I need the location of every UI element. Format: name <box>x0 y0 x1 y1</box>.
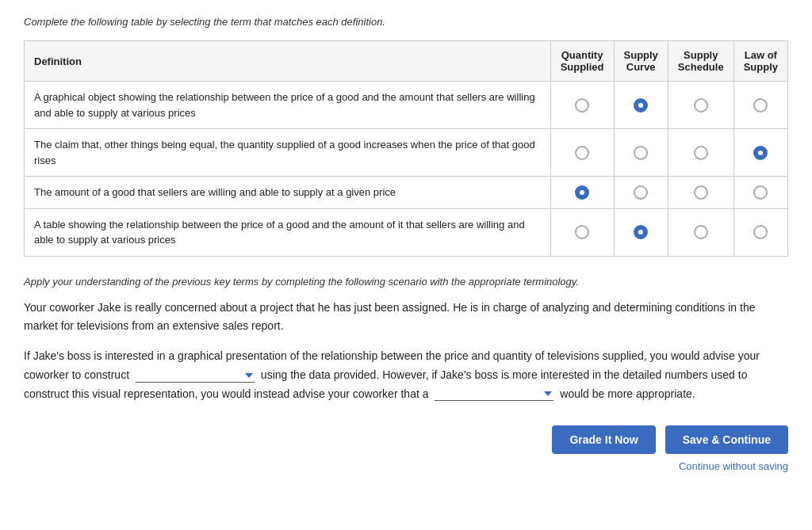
scenario-paragraph2: If Jake's boss is interested in a graphi… <box>24 347 788 403</box>
buttons-row: Grade It Now Save & Continue <box>24 425 788 454</box>
radio-cell-r1-c3[interactable] <box>733 129 787 177</box>
table-row-definition-0: A graphical object showing the relations… <box>25 82 551 129</box>
radio-cell-r1-c0[interactable] <box>550 129 614 177</box>
radio-btn-r1-c3[interactable] <box>753 146 768 160</box>
dropdown2-wrapper[interactable]: Supply CurveSupply ScheduleQuantity Supp… <box>435 387 553 401</box>
radio-btn-r1-c2[interactable] <box>694 146 708 160</box>
radio-btn-r3-c0[interactable] <box>575 225 589 239</box>
radio-cell-r0-c3[interactable] <box>733 82 787 129</box>
col-header-supply-curve: SupplyCurve <box>614 41 668 82</box>
radio-cell-r0-c2[interactable] <box>668 82 733 129</box>
dropdown2-select[interactable]: Supply CurveSupply ScheduleQuantity Supp… <box>435 387 546 400</box>
col-header-definition: Definition <box>25 41 551 82</box>
radio-cell-r3-c2[interactable] <box>668 208 733 256</box>
grade-button[interactable]: Grade It Now <box>552 425 655 454</box>
radio-btn-r2-c3[interactable] <box>753 185 768 200</box>
radio-btn-r2-c2[interactable] <box>694 185 708 200</box>
radio-cell-r3-c0[interactable] <box>550 208 614 256</box>
radio-btn-r1-c1[interactable] <box>634 146 648 160</box>
table-row-definition-3: A table showing the relationship between… <box>25 208 551 256</box>
radio-cell-r3-c3[interactable] <box>733 208 787 256</box>
instruction2: Apply your understanding of the previous… <box>24 276 788 288</box>
table-row-definition-2: The amount of a good that sellers are wi… <box>25 177 551 209</box>
continue-link-wrapper: Continue without saving <box>24 460 788 472</box>
radio-cell-r0-c1[interactable] <box>614 82 668 129</box>
col-header-quantity-supplied: QuantitySupplied <box>550 41 614 82</box>
radio-cell-r0-c0[interactable] <box>550 82 614 129</box>
radio-cell-r2-c3[interactable] <box>733 177 787 209</box>
radio-btn-r1-c0[interactable] <box>575 146 589 160</box>
radio-btn-r3-c1[interactable] <box>634 225 648 239</box>
dropdown1-wrapper[interactable]: Supply CurveSupply ScheduleQuantity Supp… <box>136 369 255 383</box>
radio-btn-r0-c3[interactable] <box>753 98 768 112</box>
scenario-text-part3: would be more appropriate. <box>560 387 695 400</box>
radio-cell-r1-c2[interactable] <box>668 129 733 177</box>
col-header-supply-schedule: SupplySchedule <box>668 41 733 82</box>
radio-btn-r2-c0[interactable] <box>575 185 589 200</box>
instruction1: Complete the following table by selectin… <box>24 16 788 28</box>
dropdown1-select[interactable]: Supply CurveSupply ScheduleQuantity Supp… <box>136 369 247 382</box>
save-button[interactable]: Save & Continue <box>665 425 788 454</box>
col-header-law-of-supply: Law ofSupply <box>733 41 787 82</box>
radio-btn-r2-c1[interactable] <box>634 185 648 200</box>
radio-cell-r3-c1[interactable] <box>614 208 668 256</box>
radio-btn-r3-c2[interactable] <box>694 225 708 239</box>
table-row-definition-1: The claim that, other things being equal… <box>25 129 551 177</box>
radio-cell-r2-c2[interactable] <box>668 177 733 209</box>
radio-cell-r2-c1[interactable] <box>614 177 668 209</box>
continue-without-saving-link[interactable]: Continue without saving <box>679 460 788 472</box>
radio-btn-r0-c0[interactable] <box>575 98 589 112</box>
scenario-paragraph1: Your coworker Jake is really concerned a… <box>24 299 788 337</box>
radio-btn-r0-c1[interactable] <box>634 98 648 112</box>
radio-cell-r2-c0[interactable] <box>550 177 614 209</box>
radio-btn-r0-c2[interactable] <box>694 98 708 112</box>
radio-cell-r1-c1[interactable] <box>614 129 668 177</box>
definition-table: Definition QuantitySupplied SupplyCurve … <box>24 40 788 257</box>
radio-btn-r3-c3[interactable] <box>753 225 768 239</box>
